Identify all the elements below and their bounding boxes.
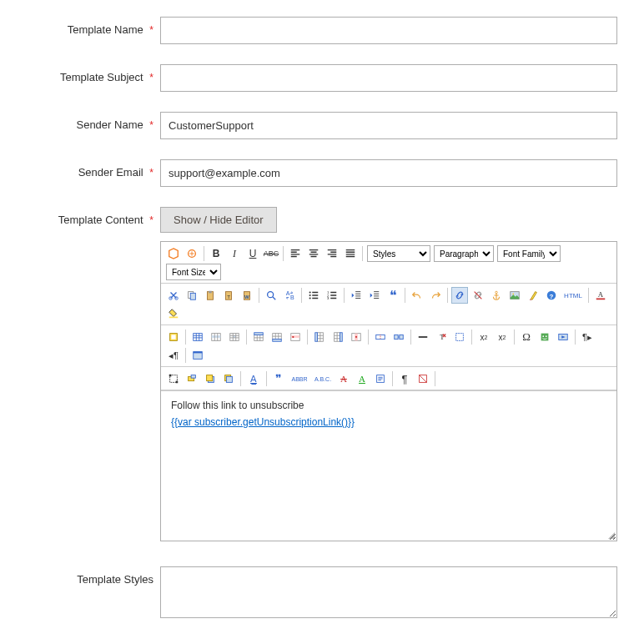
fontsize-select[interactable]: Font Size (166, 264, 221, 280)
cut-icon[interactable] (165, 287, 182, 304)
editor-content-area[interactable]: Follow this link to unsubscribe {{var su… (161, 390, 616, 541)
template-subject-input[interactable] (160, 64, 617, 92)
find-icon[interactable] (263, 287, 279, 304)
resize-handle-icon[interactable] (608, 532, 615, 539)
sender-name-input[interactable] (160, 112, 617, 139)
media-icon[interactable] (555, 329, 571, 345)
unsubscribe-link-variable[interactable]: {{var subscriber.getUnsubscriptionLink()… (171, 416, 355, 428)
delete-row-icon[interactable] (287, 329, 304, 345)
insert-col-before-icon[interactable] (311, 329, 328, 345)
sub-icon[interactable]: x2 (475, 329, 492, 345)
italic-icon[interactable]: I (226, 245, 243, 262)
required-mark: * (149, 72, 153, 83)
insert-col-after-icon[interactable] (330, 329, 346, 345)
cleanup-icon[interactable] (525, 287, 541, 304)
svg-rect-6 (209, 291, 212, 294)
row-sender-name: Sender Name * (27, 112, 617, 139)
link-icon[interactable] (451, 287, 468, 304)
required-mark: * (149, 119, 153, 131)
row-template-subject: Template Subject * (27, 64, 617, 92)
crop-icon[interactable] (165, 370, 182, 387)
undo-icon[interactable] (409, 287, 425, 304)
svg-rect-60 (176, 381, 179, 384)
paste-word-icon[interactable]: W (239, 287, 255, 304)
layer-forward-icon[interactable] (202, 370, 219, 387)
insert-row-after-icon[interactable] (269, 329, 285, 345)
layer-backward-icon[interactable] (220, 370, 237, 387)
outdent-icon[interactable] (348, 287, 365, 304)
nbsp-icon[interactable] (415, 370, 431, 387)
layer-absolute-icon[interactable] (184, 370, 200, 387)
template-styles-textarea[interactable] (160, 566, 617, 618)
template-name-input[interactable] (160, 17, 617, 44)
underline-icon[interactable]: U (244, 245, 261, 262)
abbr-icon[interactable]: ABBR (289, 370, 310, 387)
merge-cells-icon[interactable] (390, 329, 407, 345)
bg-color-icon[interactable] (165, 305, 182, 322)
cite-icon[interactable]: ❞ (270, 370, 287, 387)
delete-col-icon[interactable] (348, 329, 365, 345)
magento-widget-icon[interactable] (165, 245, 182, 262)
rtl-icon[interactable]: ◂¶ (165, 347, 182, 364)
svg-point-54 (546, 335, 547, 337)
cell-props-icon[interactable] (226, 329, 243, 345)
svg-rect-66 (226, 376, 232, 382)
visualchars-icon[interactable]: ¶ (396, 370, 413, 387)
ins-icon[interactable]: A (354, 370, 370, 387)
paste-text-icon[interactable]: T (220, 287, 237, 304)
layer-icon[interactable] (165, 329, 182, 345)
ltr-icon[interactable]: ¶▸ (579, 329, 596, 345)
paste-icon[interactable] (202, 287, 219, 304)
attribs-icon[interactable] (372, 370, 389, 387)
row-props-icon[interactable] (208, 329, 224, 345)
svg-rect-29 (171, 335, 175, 339)
html-icon[interactable]: HTML (561, 287, 585, 304)
copy-icon[interactable] (184, 287, 200, 304)
table-icon[interactable] (189, 329, 206, 345)
align-right-icon[interactable] (324, 245, 340, 262)
field-control (160, 64, 617, 92)
indent-icon[interactable] (366, 287, 383, 304)
emoticon-icon[interactable] (536, 329, 553, 345)
bullet-list-icon[interactable] (305, 287, 322, 304)
del-icon[interactable]: A (335, 370, 352, 387)
sup-icon[interactable]: x2 (494, 329, 511, 345)
required-mark: * (149, 24, 153, 36)
align-left-icon[interactable] (287, 245, 304, 262)
styleprops-icon[interactable]: A̲ (244, 370, 263, 387)
strikethrough-icon[interactable]: ABC (263, 245, 279, 262)
svg-point-53 (542, 335, 544, 337)
field-control (160, 566, 617, 621)
format-select[interactable]: Paragraph (434, 245, 494, 262)
unlink-icon[interactable] (470, 287, 486, 304)
hr-icon[interactable] (415, 329, 431, 345)
align-center-icon[interactable] (305, 245, 322, 262)
fontfamily-select[interactable]: Font Family (497, 245, 561, 262)
svg-point-14 (309, 291, 311, 293)
sender-email-input[interactable] (160, 159, 617, 187)
blockquote-icon[interactable]: ❝ (385, 287, 401, 304)
split-cells-icon[interactable] (372, 329, 389, 345)
align-justify-icon[interactable] (342, 245, 359, 262)
row-template-styles: Template Styles (27, 566, 617, 621)
svg-point-11 (268, 292, 274, 298)
bold-icon[interactable]: B (208, 245, 224, 262)
replace-icon[interactable]: AB (281, 287, 298, 304)
anchor-icon[interactable] (488, 287, 505, 304)
acronym-icon[interactable]: A.B.C. (312, 370, 334, 387)
visual-aid-icon[interactable] (451, 329, 468, 345)
charmap-icon[interactable]: Ω (518, 329, 535, 345)
help-icon[interactable]: ? (543, 287, 560, 304)
insert-row-before-icon[interactable] (250, 329, 267, 345)
template-content-label: Template Content * (27, 207, 160, 226)
toggle-editor-button[interactable]: Show / Hide Editor (160, 207, 277, 233)
row-template-content: Template Content * Show / Hide Editor B … (27, 207, 617, 541)
magento-variable-icon[interactable] (184, 245, 200, 262)
fullscreen-icon[interactable] (189, 347, 206, 364)
text-color-icon[interactable]: A (592, 287, 609, 304)
redo-icon[interactable] (427, 287, 444, 304)
image-icon[interactable] (506, 287, 523, 304)
remove-format-icon[interactable]: T (433, 329, 450, 345)
styles-select[interactable]: Styles (367, 245, 430, 262)
number-list-icon[interactable]: 123 (324, 287, 340, 304)
